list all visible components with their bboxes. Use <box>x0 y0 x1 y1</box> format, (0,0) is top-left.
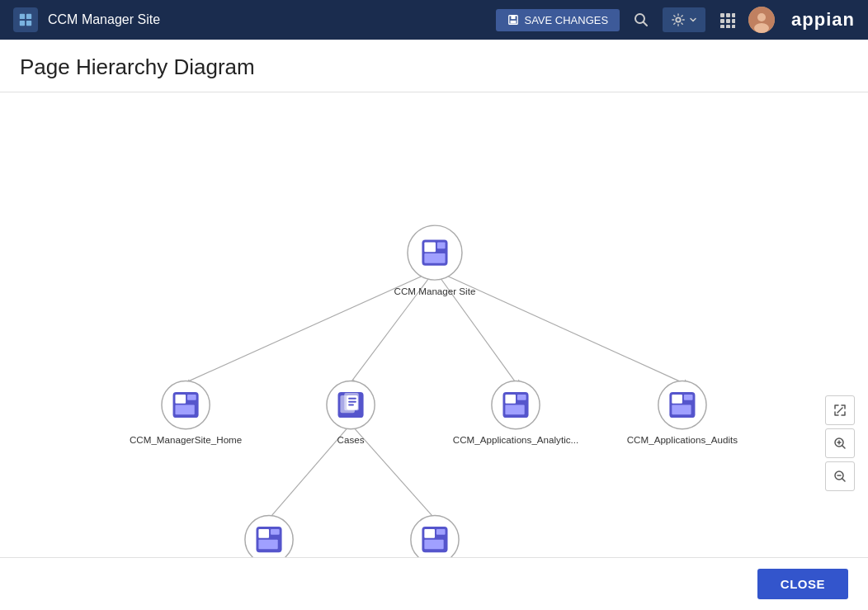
svg-rect-15 <box>732 19 735 23</box>
svg-rect-34 <box>348 401 356 403</box>
svg-rect-35 <box>348 404 354 406</box>
svg-rect-11 <box>726 13 730 17</box>
node-analytics-label: CCM_Applications_Analytic... <box>453 434 578 445</box>
node-home[interactable]: CCM_ManagerSite_Home <box>130 381 242 445</box>
node-cases-label: Cases <box>337 434 365 445</box>
svg-rect-26 <box>187 395 196 400</box>
node-audits[interactable]: CCM_Applications_Audits <box>627 381 738 445</box>
appian-logo: appian <box>791 9 855 31</box>
root-icon-detail2 <box>437 243 446 249</box>
svg-rect-38 <box>505 395 516 404</box>
page-title: Page Hierarchy Diagram <box>20 54 848 80</box>
svg-rect-39 <box>517 395 526 400</box>
svg-rect-6 <box>511 21 517 24</box>
svg-point-20 <box>757 13 766 21</box>
svg-rect-33 <box>348 398 356 400</box>
diagram-controls <box>825 395 855 491</box>
svg-rect-27 <box>175 405 194 415</box>
root-icon-detail <box>424 243 436 253</box>
svg-rect-1 <box>26 14 31 19</box>
svg-rect-50 <box>258 540 277 550</box>
svg-rect-5 <box>512 16 516 19</box>
close-button[interactable]: CLOSE <box>757 569 848 599</box>
grid-button[interactable] <box>715 8 738 31</box>
svg-line-8 <box>644 22 648 26</box>
svg-line-62 <box>842 479 846 482</box>
footer: CLOSE <box>0 557 868 610</box>
fit-to-screen-button[interactable] <box>825 395 855 425</box>
svg-rect-3 <box>26 21 31 26</box>
svg-rect-0 <box>20 14 25 19</box>
svg-rect-13 <box>720 19 724 23</box>
svg-rect-12 <box>732 13 735 17</box>
svg-rect-14 <box>726 19 730 23</box>
diagram-area: CCM Manager Site CCM_ManagerSite_Home <box>0 92 868 557</box>
svg-rect-55 <box>424 540 443 550</box>
svg-rect-54 <box>436 529 446 535</box>
svg-rect-25 <box>175 395 186 404</box>
svg-line-58 <box>842 446 846 449</box>
node-newaccounts[interactable]: CCM_NewAccounts_CaseGroup <box>365 516 505 557</box>
search-button[interactable] <box>630 8 653 31</box>
svg-line-56 <box>837 408 842 413</box>
svg-rect-17 <box>726 25 730 28</box>
svg-rect-49 <box>271 529 280 535</box>
node-existing[interactable]: CCM__ExistingCustomers_Ca... <box>200 516 337 557</box>
node-root-label: CCM Manager Site <box>394 286 476 296</box>
save-changes-button[interactable]: SAVE CHANGES <box>496 9 620 31</box>
svg-rect-44 <box>684 395 693 400</box>
root-icon-detail3 <box>424 253 445 263</box>
main-container: Page Hierarchy Diagram <box>0 40 868 610</box>
app-title: CCM Manager Site <box>48 12 486 27</box>
svg-rect-48 <box>258 529 269 538</box>
node-audits-label: CCM_Applications_Audits <box>627 434 738 445</box>
user-avatar[interactable] <box>748 7 775 33</box>
hierarchy-diagram: CCM Manager Site CCM_ManagerSite_Home <box>0 92 868 557</box>
svg-rect-45 <box>672 405 691 415</box>
svg-rect-53 <box>424 529 435 538</box>
svg-rect-18 <box>732 25 735 28</box>
top-navigation: CCM Manager Site SAVE CHANGES <box>0 0 868 40</box>
svg-rect-16 <box>720 25 724 28</box>
svg-point-21 <box>754 23 769 33</box>
svg-rect-10 <box>720 13 724 17</box>
settings-button[interactable] <box>663 7 705 32</box>
svg-rect-40 <box>505 405 524 415</box>
svg-rect-43 <box>672 395 682 404</box>
node-home-label: CCM_ManagerSite_Home <box>130 434 242 445</box>
node-root[interactable]: CCM Manager Site <box>394 225 476 296</box>
app-icon <box>13 7 38 32</box>
save-changes-label: SAVE CHANGES <box>524 14 608 26</box>
node-cases[interactable]: Cases <box>327 381 375 445</box>
zoom-out-button[interactable] <box>825 461 855 491</box>
node-analytics[interactable]: CCM_Applications_Analytic... <box>453 381 578 445</box>
svg-point-9 <box>676 17 680 21</box>
page-title-bar: Page Hierarchy Diagram <box>0 40 868 92</box>
zoom-in-button[interactable] <box>825 428 855 458</box>
svg-rect-2 <box>20 21 25 26</box>
